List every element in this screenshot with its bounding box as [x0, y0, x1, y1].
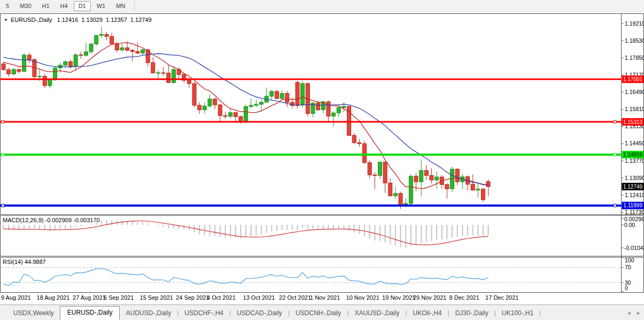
tab-scroll-right-icon[interactable]: ► — [636, 311, 641, 316]
hline-handle[interactable] — [2, 121, 4, 123]
timeframe-button-d1[interactable]: D1 — [74, 1, 91, 11]
candle — [2, 62, 5, 71]
svg-text:15 Sep 2021: 15 Sep 2021 — [140, 294, 173, 301]
candle — [389, 179, 392, 197]
ohlc-high: 1.13029 — [81, 17, 103, 23]
svg-text:22 Oct 2021: 22 Oct 2021 — [279, 294, 311, 301]
candle — [136, 42, 139, 54]
svg-text:1.14016: 1.14016 — [623, 152, 643, 158]
candle — [192, 82, 196, 107]
svg-text:1.14450: 1.14450 — [625, 140, 644, 146]
svg-text:1.19210: 1.19210 — [625, 20, 644, 27]
candle — [157, 70, 160, 79]
candle — [451, 167, 454, 192]
svg-text:0: 0 — [625, 285, 628, 291]
chart-canvas[interactable]: 1.192101.185301.178501.171701.164901.158… — [0, 0, 644, 320]
tab-uk100-h1[interactable]: UK100-,H1 — [496, 307, 539, 320]
tab-eurusd-daily[interactable]: EURUSD-,Daily — [60, 306, 120, 320]
svg-text:1 Nov 2021: 1 Nov 2021 — [310, 294, 340, 301]
svg-text:4 Oct 2021: 4 Oct 2021 — [207, 294, 236, 301]
candle — [161, 67, 165, 76]
candle — [321, 100, 325, 113]
svg-text:19 Nov 2021: 19 Nov 2021 — [382, 294, 415, 301]
tab-usdcnh-daily[interactable]: USDCNH-,Daily — [290, 307, 347, 320]
candle — [358, 139, 361, 147]
candle — [151, 57, 155, 73]
candle — [275, 90, 278, 99]
candle — [368, 160, 371, 178]
candle — [105, 33, 108, 41]
ohlc-open: 1.12416 — [57, 17, 79, 23]
rsi-panel-frame — [1, 257, 644, 293]
candle — [12, 68, 15, 75]
candle — [79, 51, 83, 59]
candle — [223, 112, 227, 119]
svg-text:70: 70 — [625, 264, 631, 270]
tab-xauusd-daily[interactable]: XAUUSD-,Daily — [348, 307, 405, 320]
timeframe-toolbar: 5M30H1H4D1W1MN — [0, 0, 644, 12]
candle — [249, 98, 253, 108]
candle — [461, 174, 464, 189]
candle — [234, 111, 237, 121]
svg-text:13 Oct 2021: 13 Oct 2021 — [243, 294, 275, 301]
candle — [254, 100, 258, 107]
svg-text:1.13090: 1.13090 — [625, 175, 644, 181]
timeframe-button-h1[interactable]: H1 — [37, 1, 55, 11]
tab-scroll-arrows: ◄ ► — [626, 311, 641, 316]
tab-usdx-weekly[interactable]: USDX,Weekly — [7, 307, 60, 320]
candle — [363, 141, 367, 164]
tab-usdcad-daily[interactable]: USDCAD-,Daily — [231, 307, 288, 320]
svg-text:9 Aug 2021: 9 Aug 2021 — [1, 294, 31, 301]
candle — [466, 175, 470, 190]
timeframe-button-mn[interactable]: MN — [111, 1, 130, 11]
candle — [383, 161, 387, 193]
svg-text:18 Aug 2021: 18 Aug 2021 — [37, 294, 70, 301]
candle — [208, 95, 212, 108]
candle — [84, 43, 88, 57]
candle — [182, 74, 186, 83]
tab-scroll-left-icon[interactable]: ◄ — [626, 311, 631, 316]
svg-text:1.17001: 1.17001 — [623, 76, 643, 82]
hline-handle[interactable] — [614, 204, 616, 207]
tab-ukoil-h4[interactable]: UKOil-,H4 — [407, 307, 448, 320]
tab-usdchf-h4[interactable]: USDCHF-,H4 — [179, 307, 229, 320]
ohlc-low: 1.12357 — [106, 17, 127, 23]
tab-audusd-daily[interactable]: AUDUSD-,Daily — [120, 307, 177, 320]
macd-axis-labels: 0.0029660.00-0.01042 — [622, 216, 644, 251]
candle — [7, 68, 11, 77]
tab-dj30-daily[interactable]: DJ30-,Daily — [449, 307, 494, 320]
candle — [296, 81, 299, 108]
candle — [141, 49, 145, 55]
hline-price-label: 1.11999 — [622, 202, 644, 209]
macd-indicator-label: MACD(12,26,9) -0.002909 -0.003170 — [3, 217, 100, 223]
rsi-indicator-label: RSI(14) 44.9887 — [3, 259, 46, 265]
candle — [486, 179, 490, 197]
ohlc-close: 1.12749 — [130, 17, 152, 23]
candle — [244, 105, 248, 123]
candle — [260, 99, 263, 112]
svg-text:1.15313: 1.15313 — [623, 119, 643, 125]
hline-handle[interactable] — [2, 204, 4, 207]
candle — [435, 171, 439, 189]
svg-text:29 Nov 2021: 29 Nov 2021 — [413, 294, 446, 301]
timeframe-button-h4[interactable]: H4 — [56, 1, 73, 11]
svg-text:24 Sep 2021: 24 Sep 2021 — [176, 294, 209, 301]
svg-text:1.15810: 1.15810 — [625, 106, 644, 112]
chart-tabs: USDX,WeeklyEURUSD-,DailyAUDUSD-,Daily|US… — [0, 305, 541, 320]
candle — [17, 69, 21, 74]
tab-separator: | — [539, 309, 541, 320]
candle — [203, 103, 206, 113]
candle — [115, 42, 119, 53]
candle — [218, 104, 222, 122]
hline-handle[interactable] — [614, 153, 616, 156]
hline-handle[interactable] — [614, 121, 616, 123]
hline-handle[interactable] — [2, 153, 4, 156]
collapse-arrow-icon[interactable]: ▼ — [4, 18, 8, 22]
timeframe-button-5[interactable]: 5 — [1, 1, 14, 11]
timeframe-button-m30[interactable]: M30 — [15, 1, 36, 11]
timeframe-button-w1[interactable]: W1 — [92, 1, 111, 11]
svg-text:-0.01042: -0.01042 — [624, 245, 644, 251]
candle — [68, 59, 72, 69]
candle — [420, 159, 423, 197]
chart-tab-bar: USDX,WeeklyEURUSD-,DailyAUDUSD-,Daily|US… — [0, 305, 644, 320]
